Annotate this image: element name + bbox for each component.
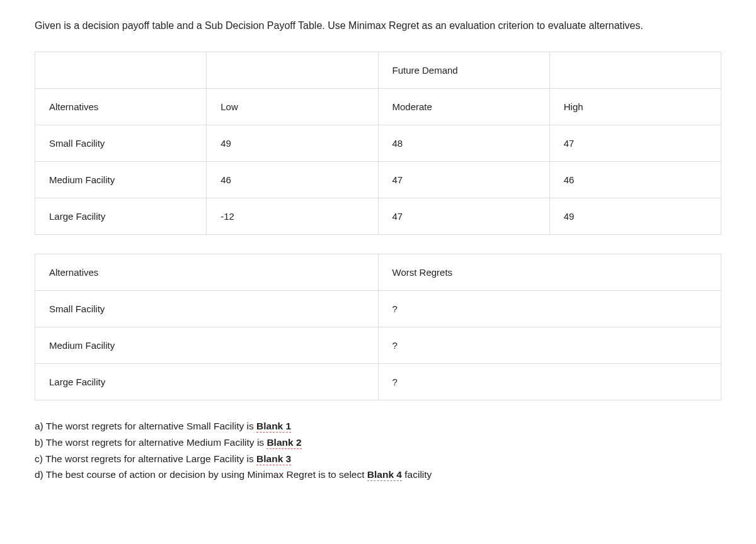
cell-value: 47 [378,198,549,235]
blank-3: Blank 3 [256,453,291,465]
table-row: Small Facility ? [35,291,721,327]
question-intro: Given is a decision payoff table and a S… [35,19,721,33]
cell-value: ? [378,364,721,400]
table-row: Alternatives Low Moderate High [35,89,721,125]
cell-value: 48 [378,125,549,162]
cell-value: 46 [549,162,721,198]
cell-blank [549,52,721,89]
answers-block: a) The worst regrets for alternative Sma… [35,419,721,482]
cell-future-demand: Future Demand [378,52,549,89]
cell-value: -12 [207,198,378,235]
cell-alt: Large Facility [35,198,207,235]
table-row: Medium Facility ? [35,327,721,364]
col-alternatives: Alternatives [35,254,379,291]
col-moderate: Moderate [378,89,549,125]
cell-alt: Small Facility [35,125,207,162]
col-low: Low [207,89,378,125]
table-row: Future Demand [35,52,721,89]
regret-table: Alternatives Worst Regrets Small Facilit… [35,254,721,400]
cell-value: ? [378,291,721,327]
answer-d: d) The best course of action or decision… [35,468,721,482]
answer-b: b) The worst regrets for alternative Med… [35,436,721,450]
cell-value: 49 [207,125,378,162]
col-worst-regrets: Worst Regrets [378,254,721,291]
blank-2: Blank 2 [266,437,301,449]
cell-alt: Large Facility [35,364,379,400]
table-row: Medium Facility 46 47 46 [35,162,721,198]
cell-value: 47 [378,162,549,198]
cell-alt: Small Facility [35,291,379,327]
cell-blank [207,52,378,89]
cell-value: 47 [549,125,721,162]
col-alternatives: Alternatives [35,89,207,125]
blank-1: Blank 1 [256,421,291,433]
cell-value: 46 [207,162,378,198]
answer-text: b) The worst regrets for alternative Med… [35,437,266,448]
answer-c: c) The worst regrets for alternative Lar… [35,452,721,466]
table-row: Alternatives Worst Regrets [35,254,721,291]
answer-a: a) The worst regrets for alternative Sma… [35,419,721,433]
cell-alt: Medium Facility [35,327,379,364]
col-high: High [549,89,721,125]
cell-blank [35,52,207,89]
answer-text: c) The worst regrets for alternative Lar… [35,453,256,464]
cell-value: 49 [549,198,721,235]
cell-value: ? [378,327,721,364]
table-row: Large Facility -12 47 49 [35,198,721,235]
answer-text: d) The best course of action or decision… [35,469,367,480]
answer-text: a) The worst regrets for alternative Sma… [35,421,256,431]
table-row: Small Facility 49 48 47 [35,125,721,162]
answer-text: facility [402,469,432,480]
table-row: Large Facility ? [35,364,721,400]
blank-4: Blank 4 [367,469,402,481]
cell-alt: Medium Facility [35,162,207,198]
payoff-table: Future Demand Alternatives Low Moderate … [35,52,721,235]
